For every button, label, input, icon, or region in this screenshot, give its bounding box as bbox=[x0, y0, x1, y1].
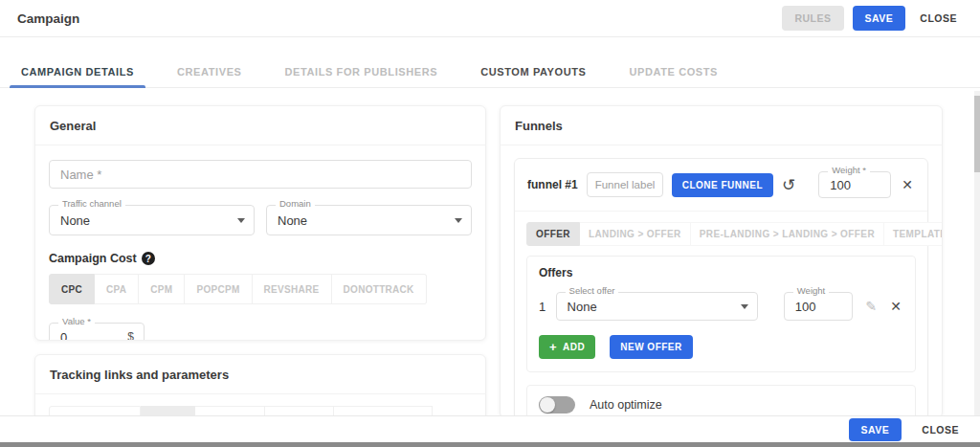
page-title: Campaign bbox=[17, 11, 79, 26]
remove-offer-button[interactable]: ✕ bbox=[888, 299, 903, 314]
domain-select[interactable]: Domain None bbox=[266, 205, 472, 235]
chevron-down-icon bbox=[741, 304, 748, 309]
tab-update-costs[interactable]: UPDATE COSTS bbox=[629, 56, 718, 87]
auto-optimize-toggle[interactable] bbox=[539, 396, 575, 413]
funnel-tab-prelanding-landing-offer[interactable]: PRE-LANDING > LANDING > OFFER bbox=[691, 222, 884, 246]
domain-label: Domain bbox=[276, 199, 315, 209]
auto-optimize-row: Auto optimize bbox=[526, 385, 916, 418]
header-actions: RULES SAVE CLOSE bbox=[782, 6, 963, 31]
select-offer-label: Select offer bbox=[566, 286, 619, 296]
vertical-scrollbar[interactable] bbox=[974, 91, 980, 415]
funnel-card: funnel #1 CLONE FUNNEL ↺ Weight * 100 ✕ … bbox=[514, 158, 928, 418]
funnel-tab-template[interactable]: TEMPLATE bbox=[884, 222, 943, 246]
save-button-bottom[interactable]: SAVE bbox=[849, 418, 902, 441]
refresh-icon: ↺ bbox=[782, 177, 795, 193]
offer-row: 1 Select offer None Weight 100 ✎ ✕ bbox=[539, 292, 903, 321]
chevron-down-icon bbox=[237, 218, 245, 223]
offers-title: Offers bbox=[539, 266, 903, 279]
offer-weight-label: Weight bbox=[793, 286, 829, 296]
funnel-label-input[interactable] bbox=[588, 173, 662, 196]
close-button-top[interactable]: CLOSE bbox=[914, 6, 963, 31]
traffic-channel-value: None bbox=[50, 213, 90, 228]
campaign-cost-label: Campaign Cost bbox=[49, 252, 137, 265]
cost-type-tabs: CPC CPA CPM POPCPM REVSHARE DONOTTRACK bbox=[49, 274, 472, 304]
traffic-channel-select[interactable]: Traffic channel None bbox=[49, 205, 255, 235]
campaign-name-field bbox=[49, 160, 472, 189]
save-button-top[interactable]: SAVE bbox=[853, 6, 906, 31]
domain-value: None bbox=[267, 213, 307, 228]
add-offer-button[interactable]: + ADD bbox=[539, 335, 595, 359]
cost-tab-cpc[interactable]: CPC bbox=[49, 274, 95, 304]
remove-funnel-button[interactable]: ✕ bbox=[900, 177, 915, 192]
funnel-type-tabs: OFFER LANDING > OFFER PRE-LANDING > LAND… bbox=[515, 212, 927, 246]
traffic-channel-label: Traffic channel bbox=[58, 199, 125, 209]
funnel-weight-label: Weight * bbox=[828, 166, 870, 175]
close-icon: ✕ bbox=[888, 299, 903, 314]
offers-box: Offers 1 Select offer None Weight 100 ✎ … bbox=[526, 256, 916, 372]
funnel-tab-offer[interactable]: OFFER bbox=[526, 222, 580, 246]
offer-weight-field[interactable]: Weight 100 bbox=[784, 292, 853, 321]
rules-button[interactable]: RULES bbox=[782, 6, 843, 31]
tab-custom-payouts[interactable]: CUSTOM PAYOUTS bbox=[480, 56, 586, 87]
toggle-knob bbox=[540, 397, 555, 413]
select-offer-value: None bbox=[557, 300, 597, 314]
tab-details-for-publishers[interactable]: DETAILS FOR PUBLISHERS bbox=[285, 56, 438, 87]
chevron-down-icon bbox=[455, 218, 462, 223]
general-panel: General Traffic channel None Domain None… bbox=[34, 105, 486, 341]
currency-symbol: $ bbox=[127, 330, 134, 341]
cost-tab-revshare[interactable]: REVSHARE bbox=[253, 274, 332, 304]
auto-optimize-label: Auto optimize bbox=[590, 398, 662, 412]
plus-icon: + bbox=[549, 343, 557, 352]
campaign-name-input[interactable] bbox=[50, 161, 471, 188]
modal-header: Campaign RULES SAVE CLOSE bbox=[0, 0, 980, 37]
cost-value-label: Value * bbox=[58, 317, 95, 326]
pencil-icon: ✎ bbox=[866, 299, 878, 314]
funnel-weight-field[interactable]: Weight * 100 bbox=[818, 171, 891, 198]
funnel-name: funnel #1 bbox=[527, 178, 578, 191]
close-icon: ✕ bbox=[900, 177, 915, 192]
tracking-links-title: Tracking links and parameters bbox=[35, 355, 485, 394]
funnels-panel-title: Funnels bbox=[501, 106, 942, 145]
clone-funnel-button[interactable]: CLONE FUNNEL bbox=[672, 173, 773, 197]
new-offer-button[interactable]: NEW OFFER bbox=[610, 335, 693, 359]
funnel-weight-value: 100 bbox=[819, 178, 851, 192]
close-button-bottom[interactable]: CLOSE bbox=[909, 418, 971, 441]
tab-campaign-details[interactable]: CAMPAIGN DETAILS bbox=[21, 56, 134, 87]
help-icon[interactable]: ? bbox=[142, 252, 155, 265]
scrollbar-thumb[interactable] bbox=[974, 96, 980, 172]
funnel-label-field bbox=[587, 172, 663, 197]
edit-offer-button[interactable]: ✎ bbox=[853, 299, 878, 314]
main-tab-bar: CAMPAIGN DETAILS CREATIVES DETAILS FOR P… bbox=[0, 56, 980, 88]
add-offer-label: ADD bbox=[563, 342, 585, 352]
cost-tab-cpa[interactable]: CPA bbox=[95, 274, 139, 304]
funnels-panel: Funnels funnel #1 CLONE FUNNEL ↺ Weight … bbox=[500, 105, 943, 418]
tab-creatives[interactable]: CREATIVES bbox=[177, 56, 242, 87]
offer-weight-value: 100 bbox=[785, 300, 816, 314]
cost-tab-popcpm[interactable]: POPCPM bbox=[185, 274, 252, 304]
modal-footer: SAVE CLOSE bbox=[0, 415, 980, 442]
select-offer-dropdown[interactable]: Select offer None bbox=[556, 292, 758, 321]
cost-value-field[interactable]: Value * 0 $ bbox=[49, 323, 145, 341]
offer-index: 1 bbox=[539, 300, 552, 314]
funnel-tab-landing-offer[interactable]: LANDING > OFFER bbox=[580, 222, 691, 246]
cost-value: 0 bbox=[50, 330, 67, 342]
cost-tab-cpm[interactable]: CPM bbox=[139, 274, 185, 304]
general-panel-title: General bbox=[35, 106, 485, 145]
reset-funnel-button[interactable]: ↺ bbox=[782, 177, 795, 193]
window-bottom-edge bbox=[0, 442, 980, 447]
cost-tab-donottrack[interactable]: DONOTTRACK bbox=[332, 274, 427, 304]
